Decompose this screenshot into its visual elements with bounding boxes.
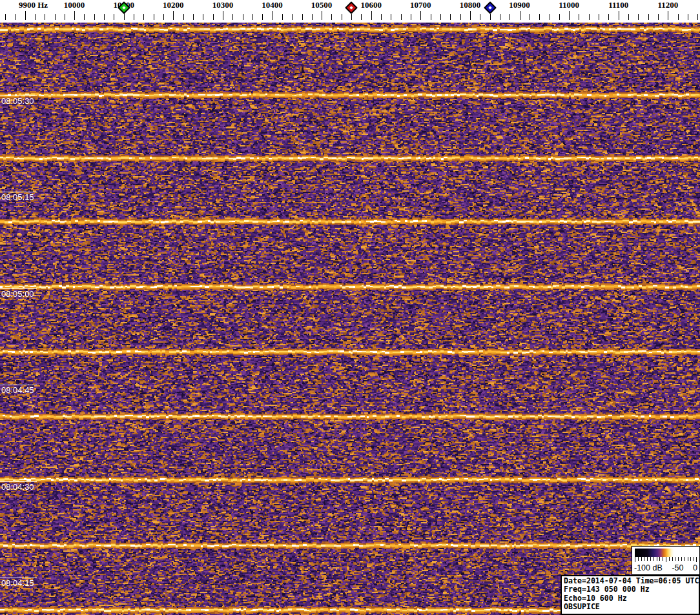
freq-tick — [331, 14, 332, 20]
db-color-scale: -100 dB -50 0 — [632, 546, 700, 575]
freq-tick — [35, 14, 36, 20]
db-ruler-tick — [635, 557, 635, 562]
freq-tick — [74, 11, 75, 20]
freq-tick — [608, 14, 609, 20]
freq-tick-label: 9900 Hz — [19, 1, 48, 10]
freq-tick-label: 11200 — [657, 1, 678, 10]
freq-tick — [500, 14, 500, 20]
freq-tick — [232, 14, 233, 20]
freq-tick — [292, 14, 293, 20]
db-ruler-tick — [685, 557, 685, 561]
freq-tick — [579, 14, 579, 20]
db-ruler-tick — [694, 557, 694, 561]
freq-tick-label: 10600 — [360, 1, 382, 10]
time-label-text: 08:04:15 — [1, 578, 34, 588]
db-ruler-tick — [675, 557, 675, 561]
time-label: 08:05:15 — [0, 193, 33, 201]
db-ruler-tick — [659, 557, 660, 561]
time-label: 08:04:15 — [0, 579, 33, 587]
freq-tick — [550, 14, 550, 20]
freq-tick — [530, 14, 530, 20]
freq-tick — [628, 14, 629, 20]
freq-tick — [302, 14, 303, 20]
db-ruler-tick — [666, 557, 666, 562]
db-ruler-tick — [657, 557, 657, 561]
frequency-axis: 9900 Hz100001010010200103001040010500106… — [0, 0, 700, 23]
freq-tick — [183, 14, 184, 20]
freq-tick — [697, 14, 698, 20]
freq-tick — [193, 14, 194, 20]
freq-tick — [143, 14, 144, 20]
freq-tick-label: 10800 — [460, 1, 481, 10]
time-label-text: 08:05:00 — [1, 289, 34, 299]
freq-tick-label: 10000 — [64, 1, 85, 10]
freq-tick — [431, 14, 431, 20]
time-label: 08:05:00 — [0, 290, 33, 298]
freq-tick — [638, 14, 639, 20]
db-scale-label-max: 0 — [693, 563, 697, 573]
db-ruler-tick — [647, 557, 648, 561]
freq-tick — [391, 14, 391, 20]
freq-tick-label: 11000 — [559, 1, 579, 10]
freq-tick — [312, 14, 313, 20]
info-box: Date=2014-07-04 Time=06:05 UTC Freq=143 … — [561, 575, 700, 615]
db-scale-label-mid: -50 — [672, 563, 683, 573]
freq-tick — [322, 11, 322, 20]
info-station-line: OBSUPICE — [564, 603, 699, 611]
freq-tick — [599, 14, 599, 20]
time-label: 08:05:30 — [0, 97, 33, 105]
freq-tick — [55, 14, 56, 20]
freq-tick-label: 10900 — [509, 1, 530, 10]
freq-tick-label: 11100 — [608, 1, 628, 10]
freq-tick — [648, 14, 649, 20]
time-label-text: 08:05:30 — [1, 96, 34, 106]
freq-tick — [223, 11, 223, 20]
freq-tick-label: 10700 — [410, 1, 431, 10]
freq-tick — [470, 11, 471, 20]
freq-tick-label: 10500 — [311, 1, 333, 10]
freq-tick — [94, 14, 95, 20]
freq-tick — [361, 14, 362, 20]
freq-tick — [213, 14, 214, 20]
freq-tick — [381, 14, 382, 20]
freq-tick — [262, 14, 263, 20]
info-echo-line: Echo=10 600 Hz — [564, 594, 699, 603]
freq-tick — [342, 14, 342, 20]
frequency-marker-red-diamond[interactable] — [345, 1, 358, 14]
time-label-text: 08:04:45 — [1, 385, 34, 395]
freq-tick — [619, 11, 619, 20]
db-ruler-tick — [672, 557, 673, 561]
freq-tick — [668, 11, 668, 20]
db-ruler-tick — [650, 557, 651, 561]
freq-tick — [569, 11, 570, 20]
info-freq-line: Freq=143 050 000 Hz — [564, 585, 699, 594]
freq-tick — [15, 14, 15, 20]
color-gradient-bar — [635, 549, 697, 557]
freq-tick — [420, 11, 421, 20]
freq-tick — [273, 11, 273, 20]
freq-tick — [510, 14, 510, 20]
db-ruler-tick — [696, 557, 697, 562]
db-ruler-tick — [638, 557, 639, 561]
db-scale-ticks — [635, 557, 697, 562]
freq-tick — [480, 14, 480, 20]
db-ruler-tick — [641, 557, 642, 561]
frequency-marker-blue-diamond[interactable] — [484, 1, 497, 14]
db-ruler-tick — [690, 557, 691, 561]
freq-tick — [134, 14, 134, 20]
freq-tick — [173, 11, 174, 20]
time-label: 08:04:45 — [0, 386, 33, 394]
freq-tick — [351, 14, 352, 20]
spectrum-waterfall-screen: 9900 Hz100001010010200103001040010500106… — [0, 0, 700, 615]
spectrogram-waterfall — [0, 23, 700, 615]
freq-tick — [282, 14, 283, 20]
freq-tick — [658, 14, 659, 20]
marker-center-dot — [349, 6, 353, 10]
freq-tick — [163, 14, 164, 20]
db-ruler-tick — [681, 557, 682, 561]
freq-tick — [678, 14, 679, 20]
freq-tick — [490, 14, 491, 20]
freq-tick — [243, 14, 243, 20]
time-label-text: 08:04:30 — [1, 482, 34, 492]
freq-tick — [401, 14, 402, 20]
